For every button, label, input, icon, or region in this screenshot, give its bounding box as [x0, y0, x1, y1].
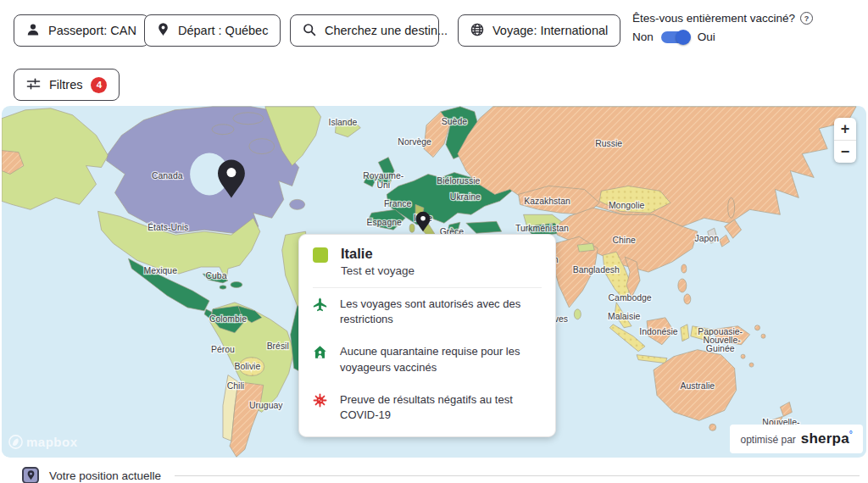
- toggle-knob: [676, 30, 691, 45]
- arctic-island[interactable]: [233, 113, 264, 125]
- country-srilanka[interactable]: [574, 309, 581, 319]
- jamaica[interactable]: [220, 286, 226, 289]
- pacific-island[interactable]: [755, 325, 760, 330]
- tooltip-country-name: Italie: [341, 246, 415, 262]
- country-label: Biélorussie: [437, 176, 480, 186]
- mapbox-icon: [8, 435, 23, 449]
- country-label: Uruguay: [249, 401, 283, 410]
- current-position-icon: [22, 467, 39, 483]
- arctic-island[interactable]: [249, 139, 275, 154]
- filters-label: Filtres: [49, 78, 82, 92]
- map-zoom-control: + −: [834, 118, 856, 163]
- country-label: France: [384, 199, 412, 208]
- sherpa-logo: sherpa°: [801, 430, 853, 447]
- country-label: Islande: [329, 118, 358, 127]
- globe-icon: [470, 23, 484, 39]
- legend-divider: [175, 475, 860, 476]
- country-label: Mexique: [144, 266, 178, 275]
- tooltip-item-quarantine: Aucune quarantaine requise pour les voya…: [313, 336, 542, 383]
- sakhalin[interactable]: [728, 197, 735, 218]
- tasmania[interactable]: [709, 424, 716, 430]
- country-label: Cambodge: [609, 293, 652, 303]
- philippines[interactable]: [678, 279, 687, 292]
- tooltip-item-travel: Les voyages sont autorisés avec des rest…: [313, 288, 542, 336]
- country-label: Pérou: [211, 345, 235, 354]
- country-label: Bolivie: [234, 362, 260, 371]
- country-label: Canada: [152, 171, 183, 180]
- departure-button[interactable]: Départ : Québec: [144, 14, 281, 47]
- country-label: Indonésie: [639, 327, 677, 336]
- sulawesi[interactable]: [681, 325, 689, 341]
- country-label: Kazakhstan: [524, 197, 570, 206]
- country-label: Suède: [442, 117, 467, 126]
- country-label: États-Unis: [147, 222, 188, 232]
- destination-search-label: Cherchez une destin...: [325, 24, 448, 37]
- country-label: Australie: [680, 382, 715, 391]
- tooltip-header: Italie Test et voyage: [313, 246, 542, 288]
- world-map[interactable]: IslandeSuèdeNorvègeRussieCanadaRoyaume-U…: [2, 106, 866, 458]
- philippines-south[interactable]: [684, 294, 691, 304]
- country-label: Japon: [695, 234, 720, 243]
- travel-type-button[interactable]: Voyage: International: [458, 14, 620, 47]
- country-label: Chili: [227, 382, 244, 391]
- pin-icon: [157, 23, 170, 39]
- mapbox-wordmark: mapbox: [26, 435, 78, 449]
- taiwan[interactable]: [682, 264, 687, 273]
- country-label: Royaume-: [363, 171, 404, 180]
- fiji[interactable]: [749, 363, 754, 367]
- sardinia[interactable]: [409, 224, 415, 232]
- destination-search-button[interactable]: Cherchez une destin...: [290, 14, 439, 47]
- tooltip-status: Test et voyage: [341, 264, 415, 277]
- vaccinated-question-label: Êtes-vous entièrement vacciné?: [632, 12, 795, 25]
- status-color-chip: [313, 247, 328, 263]
- country-label: Malaisie: [608, 312, 640, 321]
- country-label: Uni: [376, 180, 390, 190]
- vaccinated-question: Êtes-vous entièrement vacciné? ? Non Oui: [632, 12, 813, 43]
- sliders-icon: [26, 77, 41, 93]
- person-icon: [26, 23, 40, 39]
- country-label: Guinée: [706, 344, 735, 353]
- sherpa-degree: °: [849, 430, 853, 439]
- country-label: Turkménistan: [515, 224, 569, 233]
- house-quarantine-icon: [313, 344, 327, 359]
- country-label: Cuba: [206, 271, 227, 280]
- virus-icon: [313, 392, 327, 408]
- country-label: Espagne: [367, 218, 402, 227]
- departure-label: Départ : Québec: [178, 24, 268, 37]
- country-nepal[interactable]: [577, 243, 594, 252]
- country-label: Norvège: [398, 137, 431, 147]
- legend-current-position-row: Votre position actuelle: [0, 467, 868, 483]
- tooltip-item-test: Preuve de résultats négatifs au test COV…: [313, 384, 542, 431]
- country-label: Bangladesh: [573, 265, 620, 275]
- powered-by-label: optimisé par: [740, 434, 795, 446]
- plane-icon: [313, 297, 327, 312]
- newfoundland[interactable]: [290, 199, 305, 209]
- search-icon: [303, 23, 316, 39]
- country-label: Ukraine: [450, 192, 481, 202]
- arctic-island[interactable]: [212, 125, 234, 135]
- sherpa-attribution[interactable]: optimisé par sherpa°: [730, 425, 863, 453]
- mapbox-logo[interactable]: mapbox: [8, 435, 78, 449]
- zoom-in-button[interactable]: +: [834, 118, 856, 140]
- country-label: Russie: [595, 139, 622, 148]
- hispaniola[interactable]: [231, 282, 242, 288]
- filters-count-badge: 4: [91, 77, 107, 93]
- toggle-off-label: Non: [632, 31, 654, 43]
- vaccinated-toggle[interactable]: [661, 31, 690, 43]
- destination-tooltip: Italie Test et voyage Les voyages sont a…: [298, 234, 556, 437]
- country-label: Mongolie: [609, 201, 645, 210]
- travel-type-label: Voyage: International: [492, 24, 608, 37]
- zoom-out-button[interactable]: −: [834, 141, 856, 163]
- top-toolbar: Passeport: CAN Départ : Québec Cherchez …: [0, 0, 868, 106]
- country-label: Chine: [612, 236, 635, 245]
- country-label: Brésil: [267, 341, 289, 351]
- passport-label: Passeport: CAN: [48, 24, 136, 37]
- toggle-on-label: Oui: [698, 31, 715, 43]
- pacific-island[interactable]: [761, 334, 765, 338]
- tooltip-item-text: Preuve de résultats négatifs au test COV…: [340, 392, 542, 423]
- passport-button[interactable]: Passeport: CAN: [14, 14, 149, 47]
- tooltip-item-text: Aucune quarantaine requise pour les voya…: [340, 344, 542, 375]
- pacific-island[interactable]: [741, 354, 745, 358]
- filters-button[interactable]: Filtres 4: [14, 69, 120, 101]
- help-icon[interactable]: ?: [800, 12, 813, 25]
